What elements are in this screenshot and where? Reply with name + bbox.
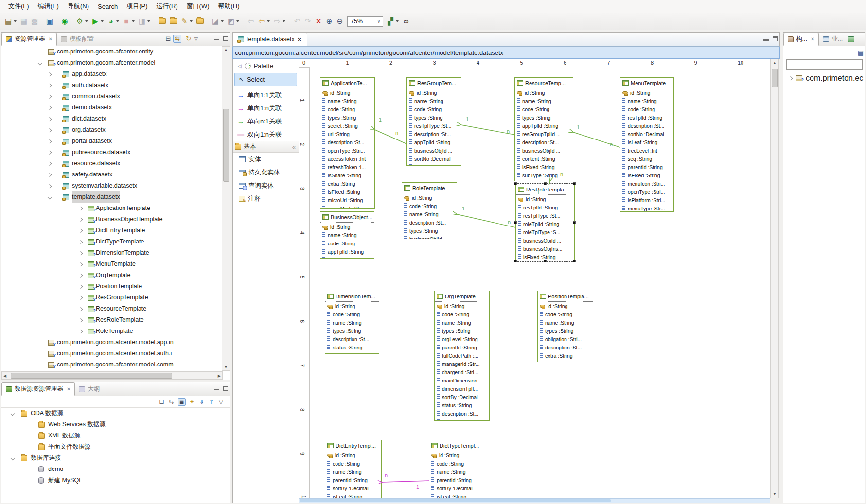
tree-item-com.primeton.gocom.afcenter.model.comm[interactable]: com.primeton.gocom.afcenter.model.comm xyxy=(1,359,221,370)
selection-handle[interactable] xyxy=(573,182,576,185)
right-tree-item[interactable]: com.primeton.ec xyxy=(783,72,865,84)
filter-input[interactable] xyxy=(786,59,863,70)
palette-tool-1[interactable]: 持久化实体 xyxy=(233,166,299,179)
tab-template-datasetx[interactable]: template.datasetx ✕ xyxy=(233,33,307,46)
chevron-down-icon[interactable] xyxy=(101,20,104,22)
palette-group-basic[interactable]: 基本« xyxy=(233,141,299,153)
entity-attribute[interactable]: sortBy :Decimal xyxy=(325,484,381,492)
run-button[interactable]: ▶ xyxy=(90,16,106,27)
entity-header[interactable]: DimensionTem... xyxy=(325,291,379,302)
entity-attribute[interactable]: parentId :String xyxy=(620,163,673,171)
menu-item-6[interactable]: 窗口(W) xyxy=(182,0,214,12)
entity-attribute[interactable]: businessObjId ... xyxy=(516,236,574,244)
explorer-vscrollbar[interactable]: ▲ ▼ xyxy=(222,46,230,371)
chevron-down-icon[interactable] xyxy=(14,20,17,22)
chevron-down-icon[interactable]: ∨ xyxy=(375,19,383,24)
entity-DimensionTem[interactable]: DimensionTem...id :Stringcode :Stringnam… xyxy=(325,291,379,354)
tree-item-ApplicationTemplate[interactable]: ApplicationTemplate xyxy=(1,203,221,214)
search-button[interactable]: ∞ xyxy=(401,16,411,27)
entity-attribute[interactable]: treeLevel :Int xyxy=(620,146,673,155)
redo-button[interactable]: ↷ xyxy=(302,16,313,27)
entity-PositionTempla[interactable]: PositionTempla...id :Stringcode :Stringn… xyxy=(537,291,593,362)
collapse-all-icon[interactable]: ⊟ xyxy=(158,399,165,405)
layout-button[interactable]: ▞ xyxy=(385,16,401,27)
entity-attribute[interactable]: subType :String xyxy=(515,171,573,179)
chevron-right-icon[interactable] xyxy=(48,94,52,98)
entity-attribute[interactable]: parentId :String xyxy=(429,476,486,484)
tree-item-RoleTemplate[interactable]: RoleTemplate xyxy=(1,326,221,337)
entity-attribute[interactable]: parentId :String xyxy=(435,343,489,351)
menu-item-4[interactable]: 项目(P) xyxy=(122,0,152,12)
entity-attribute[interactable]: types :String xyxy=(435,327,489,335)
entity-attribute[interactable]: name :String xyxy=(402,210,457,218)
canvas-hscrollbar[interactable] xyxy=(299,498,770,503)
chevron-right-icon[interactable] xyxy=(79,329,83,333)
entity-OrgTemplate[interactable]: OrgTemplateid :Stringcode :Stringname :S… xyxy=(434,291,490,421)
link-editor-icon[interactable]: ⇆ xyxy=(168,399,175,405)
entity-attribute[interactable]: isLeaf :String xyxy=(620,138,673,146)
entity-attribute[interactable]: name :String xyxy=(325,468,381,476)
entity-attribute[interactable]: mainDimension... xyxy=(435,376,489,384)
entity-attribute[interactable]: description :St... xyxy=(538,343,593,351)
chevron-down-icon[interactable] xyxy=(283,20,285,22)
selection-handle[interactable] xyxy=(514,260,517,262)
tab-business[interactable]: 业... xyxy=(819,33,847,46)
chevron-right-icon[interactable] xyxy=(48,139,52,143)
entity-MenuTemplate[interactable]: MenuTemplateid :Stringname :Stringcode :… xyxy=(620,77,674,212)
chevron-right-icon[interactable] xyxy=(79,251,83,255)
entity-attribute[interactable]: id :String xyxy=(320,88,374,97)
entity-attribute[interactable]: extra :String xyxy=(538,351,593,360)
close-icon[interactable]: ✕ xyxy=(66,386,71,392)
entity-header[interactable]: OrgTemplate xyxy=(435,291,489,302)
profile-button[interactable]: ◨ xyxy=(137,16,152,27)
entity-attribute[interactable]: appTplId :String xyxy=(407,138,461,146)
last-edit-location-button[interactable]: ⇦ xyxy=(246,16,256,27)
entity-attribute[interactable]: name :String xyxy=(320,97,374,105)
maximize-button[interactable] xyxy=(223,36,228,41)
tree-item-com.primeton.gocom.afcenter.model[interactable]: com.primeton.gocom.afcenter.model xyxy=(1,57,221,69)
palette-connection-tool-0[interactable]: →单向1:1关联 xyxy=(233,88,299,102)
chevron-down-icon[interactable] xyxy=(38,61,42,65)
zoom-level-combo[interactable]: 75%∨ xyxy=(347,16,383,27)
entity-attribute[interactable]: resTplId :String xyxy=(620,113,673,122)
tree-item-portal.datasetx[interactable]: portal.datasetx xyxy=(1,136,221,147)
entity-attribute[interactable]: url :String xyxy=(320,130,374,138)
export-icon[interactable]: ⇑ xyxy=(208,399,215,405)
entity-attribute[interactable]: code :String xyxy=(515,105,573,113)
tab-structure[interactable]: 构...✕ xyxy=(783,33,819,46)
entity-attribute[interactable]: code :String xyxy=(620,105,673,113)
entity-DictTypeTempl[interactable]: DictTypeTempl...id :Stringcode :Stringna… xyxy=(429,440,486,498)
entity-attribute[interactable]: managerId :Str... xyxy=(435,360,489,368)
entity-ResourceTemp[interactable]: ResourceTemp...id :Stringname :Stringcod… xyxy=(514,77,573,181)
chevron-right-icon[interactable] xyxy=(79,217,83,221)
datasource-item-ODA[interactable]: ODA 数据源 xyxy=(1,408,230,419)
tree-item-BusinessObjectTemplate[interactable]: BusinessObjectTemplate xyxy=(1,214,221,225)
entity-attribute[interactable]: extra :String xyxy=(320,179,374,188)
coverage-button[interactable]: ◕ xyxy=(106,16,121,27)
entity-attribute[interactable]: description :St... xyxy=(620,122,673,130)
minimize-button[interactable] xyxy=(214,36,219,40)
entity-attribute[interactable]: isShare :String xyxy=(320,171,374,179)
datasource-item-XML[interactable]: XML 数据源 xyxy=(1,430,230,441)
tree-item-demo.datasetx[interactable]: demo.datasetx xyxy=(1,102,221,113)
tree-item-org.datasetx[interactable]: org.datasetx xyxy=(1,124,221,136)
next-annotation-button[interactable]: ◪ xyxy=(210,16,226,27)
entity-attribute[interactable]: microMark :Str... xyxy=(320,204,374,209)
entity-header[interactable]: DictEntryTempl... xyxy=(325,440,381,451)
entity-attribute[interactable]: status :String xyxy=(325,343,379,351)
datasource-item-MySQL[interactable]: 新建 MySQL xyxy=(1,475,230,486)
explorer-hscrollbar[interactable]: ◀ ▶ xyxy=(1,371,223,380)
entity-attribute[interactable]: businessObjId xyxy=(402,235,457,239)
entity-attribute[interactable]: name :String xyxy=(538,318,593,327)
datasource-item-demo[interactable]: demo xyxy=(1,464,230,475)
chevron-right-icon[interactable] xyxy=(48,128,52,132)
entity-attribute[interactable]: orgLevel :String xyxy=(435,335,489,343)
entity-attribute[interactable]: code :String xyxy=(320,239,374,247)
chevron-down-icon[interactable] xyxy=(11,411,15,415)
entity-attribute[interactable]: id :String xyxy=(325,451,381,459)
entity-attribute[interactable]: id :String xyxy=(325,302,379,310)
entity-attribute[interactable]: types :String xyxy=(515,113,573,122)
entity-attribute[interactable]: code :String xyxy=(325,310,379,318)
entity-attribute[interactable]: resTplType :St... xyxy=(407,122,461,130)
tree-item-com.primeton.gocom.afcenter.model.auth.i[interactable]: com.primeton.gocom.afcenter.model.auth.i xyxy=(1,348,221,359)
